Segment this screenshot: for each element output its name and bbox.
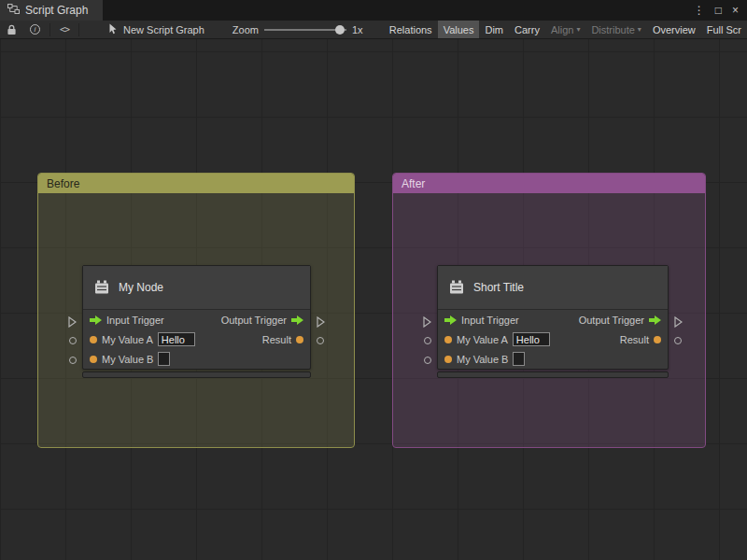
port-label: Output Trigger — [221, 315, 287, 326]
unit-icon — [447, 278, 466, 297]
value-input-port[interactable] — [424, 357, 431, 364]
node-header[interactable]: My Node — [83, 266, 310, 310]
graph-canvas[interactable]: Before After — [0, 39, 747, 560]
port-row: Input Trigger Output Trigger — [438, 310, 668, 329]
graph-icon — [7, 4, 20, 17]
node-title: My Node — [119, 281, 163, 294]
port-label: My Value B — [457, 354, 508, 365]
port-label: My Value A — [457, 334, 508, 345]
group-title: Before — [47, 177, 79, 190]
node-short-title[interactable]: Short Title Input Trigger Output Trigger… — [437, 265, 669, 378]
zoom-slider[interactable] — [264, 21, 346, 39]
node-footer — [437, 371, 669, 378]
distribute-button: Distribute▾ — [585, 21, 646, 39]
zoom-label: Zoom — [233, 24, 259, 35]
carry-button[interactable]: Carry — [509, 21, 545, 39]
lock-icon[interactable] — [0, 21, 23, 39]
group-before-header[interactable]: Before — [38, 174, 354, 193]
zoom-slider-knob[interactable] — [335, 25, 345, 35]
zoom-value: 1x — [352, 24, 363, 35]
port-label: Result — [262, 334, 291, 345]
value-input-port[interactable] — [424, 337, 431, 344]
port-label: My Value A — [102, 334, 153, 345]
value-dot-icon[interactable] — [444, 336, 452, 343]
maximize-icon[interactable]: □ — [715, 5, 722, 16]
port-row: My Value A Result — [438, 329, 668, 349]
value-output-port[interactable] — [674, 337, 682, 344]
port-label: My Value B — [102, 354, 153, 365]
port-row: My Value B — [83, 349, 310, 369]
value-dot-icon[interactable] — [654, 336, 661, 343]
cursor-icon — [108, 23, 118, 36]
value-b-input[interactable] — [158, 352, 170, 366]
graph-toolbar: i <> New Script Graph Zoom 1x Relations … — [0, 21, 747, 39]
port-label: Input Trigger — [461, 315, 519, 326]
info-glyph: i — [30, 24, 40, 35]
overview-button[interactable]: Overview — [647, 21, 701, 39]
value-b-input[interactable] — [513, 352, 525, 366]
port-label: Output Trigger — [579, 315, 644, 326]
code-icon[interactable]: <> — [53, 21, 76, 39]
flow-output-port[interactable] — [674, 315, 683, 331]
unity-window: Script Graph ⋮ □ × i <> New Script Graph… — [0, 0, 747, 560]
node-header[interactable]: Short Title — [438, 266, 668, 310]
flow-arrow-icon[interactable] — [649, 315, 661, 325]
close-icon[interactable]: × — [732, 5, 739, 16]
window-controls: ⋮ □ × — [694, 0, 747, 21]
group-after-header[interactable]: After — [393, 174, 705, 193]
node-footer — [82, 371, 311, 378]
flow-input-port[interactable] — [423, 315, 431, 331]
flow-arrow-icon[interactable] — [444, 315, 457, 325]
toolbar-separator — [78, 23, 79, 36]
zoom-slider-track — [264, 29, 346, 31]
node-my-node[interactable]: My Node Input Trigger Output Trigger My … — [82, 265, 311, 378]
dim-button[interactable]: Dim — [479, 21, 509, 39]
port-row: Input Trigger Output Trigger — [83, 310, 310, 329]
values-button[interactable]: Values — [438, 21, 480, 39]
toolbar-buttons: Relations Values Dim Carry Align▾ Distri… — [384, 21, 747, 39]
relations-button[interactable]: Relations — [384, 21, 438, 39]
flow-arrow-icon[interactable] — [291, 315, 303, 325]
node-body[interactable]: Short Title Input Trigger Output Trigger… — [437, 265, 669, 370]
flow-input-port[interactable] — [68, 315, 77, 331]
value-a-input[interactable] — [158, 332, 195, 346]
node-body[interactable]: My Node Input Trigger Output Trigger My … — [82, 265, 311, 370]
flow-output-port[interactable] — [317, 315, 325, 331]
port-label: Result — [620, 334, 649, 345]
graph-name-group: New Script Graph — [108, 23, 204, 36]
value-input-port[interactable] — [69, 357, 77, 364]
chevron-down-icon: ▾ — [638, 26, 641, 34]
port-row: My Value A Result — [83, 329, 310, 349]
value-dot-icon[interactable] — [90, 336, 97, 343]
node-title: Short Title — [473, 281, 524, 294]
tab-label: Script Graph — [25, 4, 88, 17]
value-output-port[interactable] — [317, 337, 324, 344]
tab-bar: Script Graph ⋮ □ × — [0, 0, 747, 21]
value-input-port[interactable] — [69, 337, 77, 344]
toolbar-separator — [49, 23, 50, 36]
port-label: Input Trigger — [106, 315, 164, 326]
value-dot-icon[interactable] — [296, 336, 303, 343]
tab-script-graph[interactable]: Script Graph — [0, 0, 103, 21]
graph-name-label: New Script Graph — [123, 24, 204, 35]
value-dot-icon[interactable] — [90, 356, 97, 363]
align-button: Align▾ — [545, 21, 585, 39]
port-row: My Value B — [438, 349, 668, 369]
chevron-down-icon: ▾ — [576, 26, 580, 34]
info-icon[interactable]: i — [23, 21, 47, 39]
kebab-menu-icon[interactable]: ⋮ — [694, 5, 705, 16]
value-a-input[interactable] — [513, 332, 550, 346]
flow-arrow-icon[interactable] — [90, 315, 102, 325]
group-title: After — [402, 177, 425, 190]
value-dot-icon[interactable] — [444, 356, 452, 363]
fullscreen-button[interactable]: Full Scr — [701, 21, 747, 39]
unit-icon — [92, 278, 111, 297]
